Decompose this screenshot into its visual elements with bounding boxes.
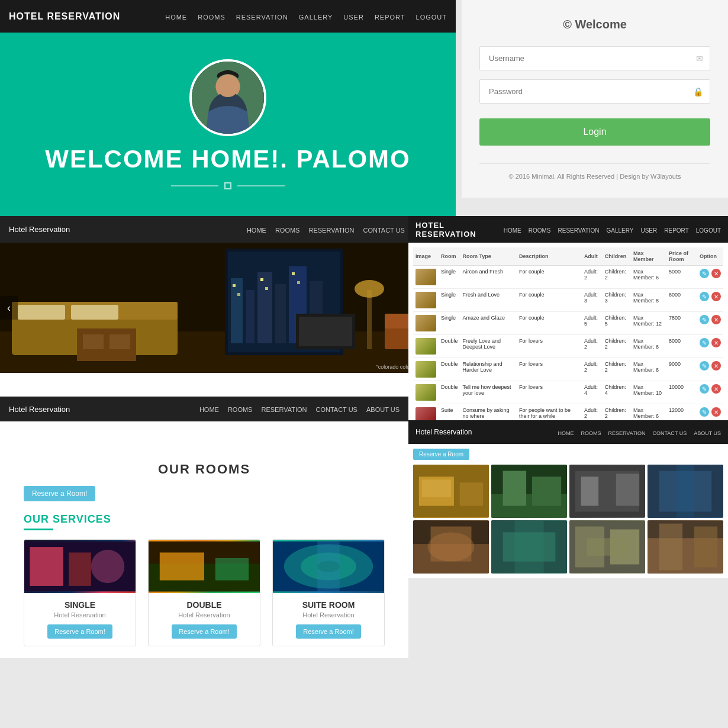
services-cards: SINGLE Hotel Reservation Reserve a Room!… bbox=[24, 539, 385, 646]
room-adult-cell: Adult: 3 bbox=[582, 289, 603, 312]
svg-rect-10 bbox=[71, 305, 118, 320]
service-card-double: DOUBLE Hotel Reservation Reserve a Room! bbox=[148, 539, 260, 646]
double-card-body: DOUBLE Hotel Reservation Reserve a Room! bbox=[149, 593, 260, 646]
edit-icon[interactable]: ✎ bbox=[700, 338, 709, 347]
room-max-cell: Max Member: 6 bbox=[631, 266, 666, 289]
tnav-home[interactable]: HOME bbox=[504, 227, 521, 234]
gallery-grid bbox=[408, 465, 728, 578]
option-icons: ✎ ✕ bbox=[700, 338, 721, 347]
nav2-home[interactable]: HOME bbox=[247, 227, 266, 234]
second-brand: Hotel Reservation bbox=[9, 225, 70, 234]
svg-rect-57 bbox=[581, 476, 599, 505]
nav5-about[interactable]: ABOUT US bbox=[366, 406, 400, 413]
room-name-cell: Freely Love and Deepest Love bbox=[460, 335, 517, 358]
services-divider bbox=[24, 529, 53, 530]
main-navbar: HOTEL RESERVATION HOME ROOMS RESERVATION… bbox=[0, 0, 456, 33]
col-children: Children bbox=[603, 247, 631, 266]
nav-reservation[interactable]: RESERVATION bbox=[236, 14, 288, 21]
tnav-rooms[interactable]: ROOMS bbox=[529, 227, 551, 234]
reserve-btn-top[interactable]: Reserve a Room! bbox=[24, 486, 95, 501]
rooms-table-container: Image Room Room Type Description Adult C… bbox=[408, 243, 728, 444]
nav-logout[interactable]: LOGOUT bbox=[416, 14, 447, 21]
gallery-reserve-btn[interactable]: Reserve a Room bbox=[413, 449, 469, 460]
edit-icon[interactable]: ✎ bbox=[700, 361, 709, 371]
username-input[interactable] bbox=[479, 46, 710, 70]
nav2-rooms[interactable]: ROOMS bbox=[275, 227, 300, 234]
prev-button[interactable]: ‹ bbox=[0, 296, 18, 320]
room-type-cell: Single bbox=[439, 289, 460, 312]
edit-icon[interactable]: ✎ bbox=[700, 384, 709, 394]
nav-rooms[interactable]: ROOMS bbox=[198, 14, 226, 21]
tnav-report[interactable]: REPORT bbox=[664, 227, 689, 234]
nav5-contact[interactable]: CONTACT US bbox=[315, 406, 357, 413]
delete-icon[interactable]: ✕ bbox=[711, 407, 721, 417]
gallery-item-1 bbox=[413, 465, 489, 518]
table-row: Double Relationship and Harder Love For … bbox=[413, 358, 723, 381]
tnav-user[interactable]: USER bbox=[640, 227, 657, 234]
login-panel: © Welcome ✉ 🔒 Login © 2016 Minimal. All … bbox=[462, 0, 728, 198]
delete-icon[interactable]: ✕ bbox=[711, 315, 721, 324]
nav-user[interactable]: USER bbox=[343, 14, 364, 21]
room-max-cell: Max Member: 6 bbox=[631, 358, 666, 381]
delete-icon[interactable]: ✕ bbox=[711, 361, 721, 371]
svg-rect-13 bbox=[231, 278, 243, 343]
single-title: SINGLE bbox=[31, 600, 128, 610]
services-title: OUR SERVICES bbox=[24, 513, 385, 526]
login-button[interactable]: Login bbox=[479, 118, 710, 146]
nav5-reservation[interactable]: RESERVATION bbox=[261, 406, 307, 413]
delete-icon[interactable]: ✕ bbox=[711, 384, 721, 394]
nav5-rooms[interactable]: ROOMS bbox=[228, 406, 253, 413]
suite-room-image bbox=[273, 540, 384, 593]
edit-icon[interactable]: ✎ bbox=[700, 315, 709, 324]
nav2-reservation[interactable]: RESERVATION bbox=[308, 227, 354, 234]
option-icons: ✎ ✕ bbox=[700, 384, 721, 394]
nav-gallery[interactable]: GALLERY bbox=[299, 14, 333, 21]
tnav-logout[interactable]: LOGOUT bbox=[696, 227, 721, 234]
divider-line-left bbox=[171, 185, 218, 186]
nav-home[interactable]: HOME bbox=[165, 14, 187, 21]
svg-rect-62 bbox=[677, 465, 694, 518]
room-desc-cell: For couple bbox=[517, 312, 582, 335]
svg-rect-15 bbox=[257, 272, 272, 343]
third-nav-links: HOME ROOMS RESERVATION CONTACT US ABOUT … bbox=[199, 404, 400, 414]
hero-avatar bbox=[189, 59, 266, 136]
delete-icon[interactable]: ✕ bbox=[711, 338, 721, 347]
gnav-contact[interactable]: CONTACT US bbox=[652, 430, 687, 436]
edit-icon[interactable]: ✎ bbox=[700, 269, 709, 278]
table-nav-links: HOME ROOMS RESERVATION GALLERY USER REPO… bbox=[504, 224, 721, 235]
room-children-cell: Children: 4 bbox=[603, 381, 631, 404]
envelope-icon: ✉ bbox=[696, 54, 703, 63]
reserve-single-btn[interactable]: Reserve a Room! bbox=[47, 624, 112, 639]
nav5-home[interactable]: HOME bbox=[199, 406, 219, 413]
gallery-nav-links: HOME ROOMS RESERVATION CONTACT US ABOUT … bbox=[558, 427, 721, 437]
svg-rect-54 bbox=[532, 476, 561, 505]
table-row: Single Aircon and Fresh For couple Adult… bbox=[413, 266, 723, 289]
room-thumbnail bbox=[415, 292, 436, 308]
tnav-reservation[interactable]: RESERVATION bbox=[558, 227, 600, 234]
room-children-cell: Children: 3 bbox=[603, 289, 631, 312]
gallery-item-7 bbox=[569, 520, 645, 574]
delete-icon[interactable]: ✕ bbox=[711, 269, 721, 278]
edit-icon[interactable]: ✎ bbox=[700, 407, 709, 417]
tnav-gallery[interactable]: GALLERY bbox=[607, 227, 634, 234]
reserve-suite-btn[interactable]: Reserve a Room! bbox=[296, 624, 361, 639]
hero-section: WELCOME HOME!. PALOMO bbox=[0, 33, 456, 216]
room-thumbnail bbox=[415, 361, 436, 378]
room-desc-cell: For couple bbox=[517, 289, 582, 312]
delete-icon[interactable]: ✕ bbox=[711, 292, 721, 301]
reserve-double-btn[interactable]: Reserve a Room! bbox=[172, 624, 237, 639]
nav2-contact[interactable]: CONTACT US bbox=[363, 227, 405, 234]
password-input[interactable] bbox=[479, 79, 710, 104]
service-card-single: SINGLE Hotel Reservation Reserve a Room! bbox=[24, 539, 136, 646]
room-name-cell: Amaze and Glaze bbox=[460, 312, 517, 335]
room-price-cell: 7800 bbox=[666, 312, 697, 335]
gnav-reservation[interactable]: RESERVATION bbox=[608, 430, 645, 436]
svg-rect-53 bbox=[503, 471, 526, 506]
edit-icon[interactable]: ✎ bbox=[700, 292, 709, 301]
room-adult-cell: Adult: 2 bbox=[582, 335, 603, 358]
main-nav-links: HOME ROOMS RESERVATION GALLERY USER REPO… bbox=[165, 11, 447, 22]
gnav-about[interactable]: ABOUT US bbox=[694, 430, 721, 436]
nav-report[interactable]: REPORT bbox=[375, 14, 405, 21]
gnav-home[interactable]: HOME bbox=[558, 430, 574, 436]
gnav-rooms[interactable]: ROOMS bbox=[581, 430, 601, 436]
